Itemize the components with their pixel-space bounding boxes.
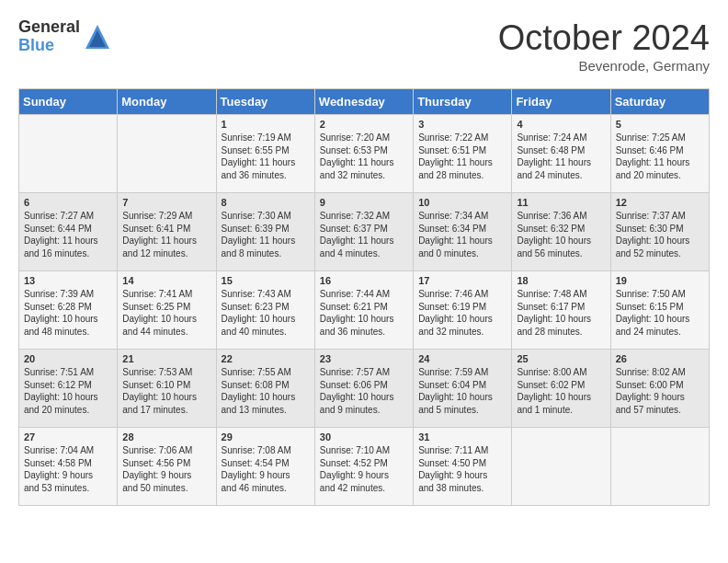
calendar-table: SundayMondayTuesdayWednesdayThursdayFrid… [18, 88, 710, 506]
day-number: 30 [320, 431, 408, 442]
month-title: October 2024 [498, 18, 710, 58]
day-number: 3 [418, 119, 506, 130]
calendar-cell: 12Sunrise: 7:37 AM Sunset: 6:30 PM Dayli… [610, 193, 709, 271]
day-number: 8 [222, 197, 310, 208]
day-number: 16 [320, 275, 408, 286]
day-number: 28 [122, 431, 210, 442]
day-number: 22 [222, 353, 310, 364]
calendar-row-4: 27Sunrise: 7:04 AM Sunset: 4:58 PM Dayli… [19, 428, 710, 506]
day-info: Sunrise: 7:59 AM Sunset: 6:04 PM Dayligh… [418, 366, 506, 416]
calendar-row-2: 13Sunrise: 7:39 AM Sunset: 6:28 PM Dayli… [19, 271, 710, 350]
calendar-cell: 16Sunrise: 7:44 AM Sunset: 6:21 PM Dayli… [314, 271, 413, 350]
day-number: 21 [122, 353, 210, 364]
day-info: Sunrise: 8:00 AM Sunset: 6:02 PM Dayligh… [517, 366, 605, 416]
day-info: Sunrise: 7:25 AM Sunset: 6:46 PM Dayligh… [616, 132, 704, 181]
calendar-cell: 30Sunrise: 7:10 AM Sunset: 4:52 PM Dayli… [314, 428, 413, 506]
header-monday: Monday [118, 89, 216, 115]
day-number: 26 [616, 353, 704, 364]
day-info: Sunrise: 7:22 AM Sunset: 6:51 PM Dayligh… [418, 132, 506, 181]
header-wednesday: Wednesday [314, 89, 413, 115]
day-info: Sunrise: 7:04 AM Sunset: 4:58 PM Dayligh… [24, 444, 112, 494]
day-number: 25 [517, 353, 605, 364]
calendar-cell [118, 115, 216, 193]
logo: General Blue [18, 18, 111, 55]
day-number: 10 [418, 197, 506, 208]
day-info: Sunrise: 7:41 AM Sunset: 6:25 PM Dayligh… [122, 288, 210, 338]
calendar-cell: 8Sunrise: 7:30 AM Sunset: 6:39 PM Daylig… [216, 193, 314, 271]
calendar-cell: 22Sunrise: 7:55 AM Sunset: 6:08 PM Dayli… [216, 350, 314, 428]
calendar-cell: 25Sunrise: 8:00 AM Sunset: 6:02 PM Dayli… [512, 350, 610, 428]
day-number: 20 [24, 353, 112, 364]
day-number: 24 [418, 353, 506, 364]
day-info: Sunrise: 7:20 AM Sunset: 6:53 PM Dayligh… [320, 132, 408, 181]
day-info: Sunrise: 7:37 AM Sunset: 6:30 PM Dayligh… [616, 210, 704, 259]
day-number: 23 [320, 353, 408, 364]
day-info: Sunrise: 7:34 AM Sunset: 6:34 PM Dayligh… [418, 210, 506, 259]
day-number: 27 [24, 431, 112, 442]
day-info: Sunrise: 7:55 AM Sunset: 6:08 PM Dayligh… [222, 366, 310, 416]
day-info: Sunrise: 7:11 AM Sunset: 4:50 PM Dayligh… [418, 444, 506, 494]
calendar-cell [512, 428, 610, 506]
title-area: October 2024 Bevenrode, Germany [498, 18, 710, 74]
day-number: 11 [517, 197, 605, 208]
day-info: Sunrise: 7:30 AM Sunset: 6:39 PM Dayligh… [222, 210, 310, 259]
calendar-row-1: 6Sunrise: 7:27 AM Sunset: 6:44 PM Daylig… [19, 193, 710, 271]
logo-general: General [18, 18, 80, 37]
day-number: 15 [222, 275, 310, 286]
location: Bevenrode, Germany [498, 58, 710, 74]
day-info: Sunrise: 7:44 AM Sunset: 6:21 PM Dayligh… [320, 288, 408, 338]
calendar-cell: 6Sunrise: 7:27 AM Sunset: 6:44 PM Daylig… [19, 193, 118, 271]
calendar-cell: 3Sunrise: 7:22 AM Sunset: 6:51 PM Daylig… [414, 115, 512, 193]
day-info: Sunrise: 7:08 AM Sunset: 4:54 PM Dayligh… [222, 444, 310, 494]
calendar-cell: 7Sunrise: 7:29 AM Sunset: 6:41 PM Daylig… [118, 193, 216, 271]
day-info: Sunrise: 7:27 AM Sunset: 6:44 PM Dayligh… [24, 210, 112, 259]
day-number: 2 [320, 119, 408, 130]
calendar-cell: 18Sunrise: 7:48 AM Sunset: 6:17 PM Dayli… [512, 271, 610, 350]
header-tuesday: Tuesday [216, 89, 314, 115]
page-header: General Blue October 2024 Bevenrode, Ger… [18, 18, 710, 74]
day-number: 14 [122, 275, 210, 286]
calendar-cell: 17Sunrise: 7:46 AM Sunset: 6:19 PM Dayli… [414, 271, 512, 350]
day-info: Sunrise: 7:29 AM Sunset: 6:41 PM Dayligh… [122, 210, 210, 259]
calendar-cell: 26Sunrise: 8:02 AM Sunset: 6:00 PM Dayli… [610, 350, 709, 428]
calendar-cell: 10Sunrise: 7:34 AM Sunset: 6:34 PM Dayli… [414, 193, 512, 271]
calendar-cell: 9Sunrise: 7:32 AM Sunset: 6:37 PM Daylig… [314, 193, 413, 271]
logo-icon [84, 23, 111, 51]
calendar-cell: 21Sunrise: 7:53 AM Sunset: 6:10 PM Dayli… [118, 350, 216, 428]
day-number: 6 [24, 197, 112, 208]
day-number: 5 [616, 119, 704, 130]
calendar-cell: 13Sunrise: 7:39 AM Sunset: 6:28 PM Dayli… [19, 271, 118, 350]
day-number: 1 [222, 119, 310, 130]
header-row: SundayMondayTuesdayWednesdayThursdayFrid… [19, 89, 710, 115]
header-thursday: Thursday [414, 89, 512, 115]
calendar-cell [19, 115, 118, 193]
day-info: Sunrise: 7:24 AM Sunset: 6:48 PM Dayligh… [517, 132, 605, 181]
calendar-row-0: 1Sunrise: 7:19 AM Sunset: 6:55 PM Daylig… [19, 115, 710, 193]
day-info: Sunrise: 7:46 AM Sunset: 6:19 PM Dayligh… [418, 288, 506, 338]
day-info: Sunrise: 7:10 AM Sunset: 4:52 PM Dayligh… [320, 444, 408, 494]
day-info: Sunrise: 7:50 AM Sunset: 6:15 PM Dayligh… [616, 288, 704, 338]
calendar-cell: 24Sunrise: 7:59 AM Sunset: 6:04 PM Dayli… [414, 350, 512, 428]
day-info: Sunrise: 7:32 AM Sunset: 6:37 PM Dayligh… [320, 210, 408, 259]
day-number: 19 [616, 275, 704, 286]
calendar-cell: 23Sunrise: 7:57 AM Sunset: 6:06 PM Dayli… [314, 350, 413, 428]
day-info: Sunrise: 7:39 AM Sunset: 6:28 PM Dayligh… [24, 288, 112, 338]
calendar-cell [610, 428, 709, 506]
calendar-cell: 14Sunrise: 7:41 AM Sunset: 6:25 PM Dayli… [118, 271, 216, 350]
day-number: 12 [616, 197, 704, 208]
calendar-cell: 28Sunrise: 7:06 AM Sunset: 4:56 PM Dayli… [118, 428, 216, 506]
calendar-cell: 5Sunrise: 7:25 AM Sunset: 6:46 PM Daylig… [610, 115, 709, 193]
day-number: 7 [122, 197, 210, 208]
day-info: Sunrise: 8:02 AM Sunset: 6:00 PM Dayligh… [616, 366, 704, 416]
day-number: 31 [418, 431, 506, 442]
day-info: Sunrise: 7:51 AM Sunset: 6:12 PM Dayligh… [24, 366, 112, 416]
header-saturday: Saturday [610, 89, 709, 115]
day-info: Sunrise: 7:36 AM Sunset: 6:32 PM Dayligh… [517, 210, 605, 259]
day-info: Sunrise: 7:06 AM Sunset: 4:56 PM Dayligh… [122, 444, 210, 494]
calendar-cell: 2Sunrise: 7:20 AM Sunset: 6:53 PM Daylig… [314, 115, 413, 193]
logo-blue: Blue [18, 37, 80, 55]
calendar-cell: 15Sunrise: 7:43 AM Sunset: 6:23 PM Dayli… [216, 271, 314, 350]
day-number: 4 [517, 119, 605, 130]
day-info: Sunrise: 7:43 AM Sunset: 6:23 PM Dayligh… [222, 288, 310, 338]
day-info: Sunrise: 7:57 AM Sunset: 6:06 PM Dayligh… [320, 366, 408, 416]
